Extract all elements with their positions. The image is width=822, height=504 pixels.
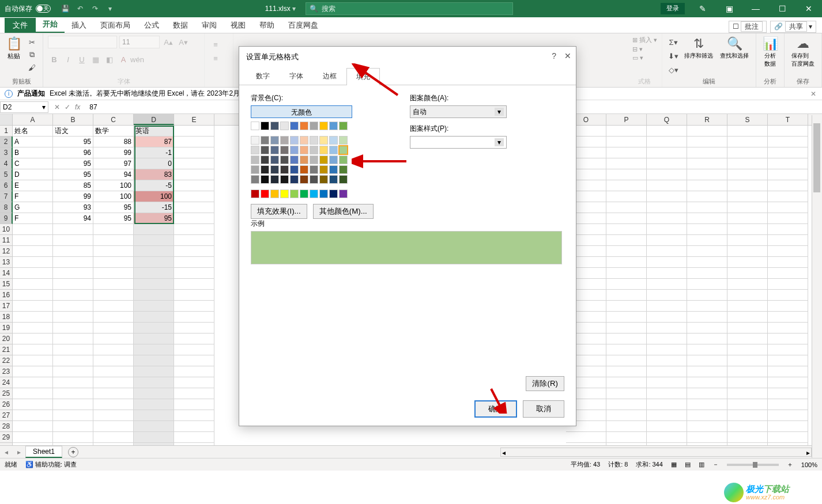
cell[interactable]	[727, 257, 768, 268]
dialog-tab-font[interactable]: 字体	[280, 67, 313, 85]
cell[interactable]	[53, 421, 93, 432]
zoom-out-icon[interactable]: －	[712, 460, 719, 469]
cell[interactable]	[174, 180, 214, 191]
col-header[interactable]: P	[606, 114, 647, 125]
cell[interactable]	[53, 334, 93, 344]
cell[interactable]	[134, 334, 174, 344]
color-swatch[interactable]	[261, 190, 269, 198]
cell[interactable]	[93, 443, 134, 445]
cell[interactable]	[93, 334, 134, 344]
color-swatch[interactable]	[339, 122, 348, 130]
color-swatch[interactable]	[280, 122, 289, 130]
add-sheet-icon[interactable]: +	[68, 447, 78, 457]
color-swatch[interactable]	[251, 165, 259, 174]
cell[interactable]	[768, 443, 808, 445]
color-swatch[interactable]	[339, 175, 348, 184]
cell[interactable]	[93, 377, 134, 388]
cell[interactable]	[13, 410, 53, 421]
tab-file[interactable]: 文件	[5, 18, 36, 33]
cell[interactable]	[134, 443, 174, 445]
color-swatch[interactable]	[261, 136, 269, 145]
cell[interactable]	[727, 312, 768, 323]
zoom-slider[interactable]	[727, 464, 779, 466]
cell[interactable]: 95	[53, 158, 93, 169]
cell[interactable]	[13, 268, 53, 279]
cell[interactable]	[134, 246, 174, 257]
cell[interactable]	[13, 279, 53, 290]
color-swatch[interactable]	[261, 175, 269, 184]
cell[interactable]	[53, 268, 93, 279]
cell[interactable]	[687, 235, 727, 246]
color-swatch[interactable]	[339, 136, 348, 145]
cell[interactable]	[93, 290, 134, 301]
view-break-icon[interactable]: ▥	[699, 461, 704, 468]
cell[interactable]	[647, 432, 687, 443]
cell[interactable]	[174, 246, 214, 257]
cell[interactable]	[174, 169, 214, 180]
color-swatch[interactable]	[310, 146, 318, 154]
cell[interactable]	[768, 147, 808, 158]
cell[interactable]	[606, 421, 647, 432]
cell[interactable]	[174, 224, 214, 235]
cell[interactable]	[687, 180, 727, 191]
cell[interactable]	[727, 246, 768, 257]
fill-color-icon[interactable]: ◧	[103, 53, 116, 66]
cell[interactable]	[768, 388, 808, 399]
cell[interactable]	[768, 366, 808, 377]
col-header[interactable]: A	[13, 114, 53, 125]
cell[interactable]	[768, 126, 808, 137]
color-swatch[interactable]	[339, 190, 348, 198]
cell[interactable]	[727, 158, 768, 169]
color-swatch[interactable]	[290, 122, 299, 130]
cell[interactable]	[606, 323, 647, 334]
cell[interactable]: 83	[134, 169, 174, 180]
cell[interactable]	[768, 290, 808, 301]
cell[interactable]	[647, 355, 687, 366]
cell[interactable]	[687, 301, 727, 312]
row-header[interactable]: 12	[0, 246, 13, 257]
cell[interactable]	[53, 290, 93, 301]
cell[interactable]	[768, 399, 808, 410]
cell[interactable]	[93, 432, 134, 443]
cell[interactable]	[727, 180, 768, 191]
color-swatch[interactable]	[280, 146, 289, 154]
color-swatch[interactable]	[270, 146, 279, 154]
cell[interactable]	[93, 246, 134, 257]
row-header[interactable]: 22	[0, 355, 13, 366]
cell[interactable]	[606, 344, 647, 355]
cell[interactable]	[174, 137, 214, 147]
cell[interactable]	[647, 202, 687, 213]
col-header[interactable]: B	[53, 114, 93, 125]
phonetic-icon[interactable]: wén	[131, 53, 144, 66]
cell[interactable]: 95	[93, 202, 134, 213]
cell[interactable]	[174, 290, 214, 301]
cell[interactable]	[727, 137, 768, 147]
col-header[interactable]: E	[174, 114, 214, 125]
cell[interactable]	[687, 158, 727, 169]
cell[interactable]	[727, 126, 768, 137]
cell[interactable]	[647, 224, 687, 235]
cell[interactable]	[174, 323, 214, 334]
color-swatch[interactable]	[310, 122, 318, 130]
more-colors-button[interactable]: 其他颜色(M)...	[313, 204, 374, 219]
cell[interactable]	[174, 432, 214, 443]
cell[interactable]	[647, 257, 687, 268]
tab-insert[interactable]: 插入	[65, 18, 93, 33]
cell[interactable]	[647, 268, 687, 279]
cell[interactable]	[53, 257, 93, 268]
cell[interactable]: D	[13, 169, 53, 180]
cell[interactable]	[687, 213, 727, 224]
row-header[interactable]: 17	[0, 301, 13, 312]
row-header[interactable]: 16	[0, 290, 13, 301]
cell[interactable]	[687, 312, 727, 323]
cell[interactable]: 0	[134, 158, 174, 169]
cell[interactable]	[13, 323, 53, 334]
cell[interactable]	[687, 344, 727, 355]
increase-font-icon[interactable]: A▴	[162, 36, 175, 48]
cell[interactable]	[134, 355, 174, 366]
cell[interactable]	[727, 169, 768, 180]
copy-icon[interactable]: ⧉	[25, 48, 38, 61]
cell[interactable]: 100	[134, 191, 174, 202]
color-swatch[interactable]	[290, 156, 299, 164]
cell[interactable]	[606, 169, 647, 180]
